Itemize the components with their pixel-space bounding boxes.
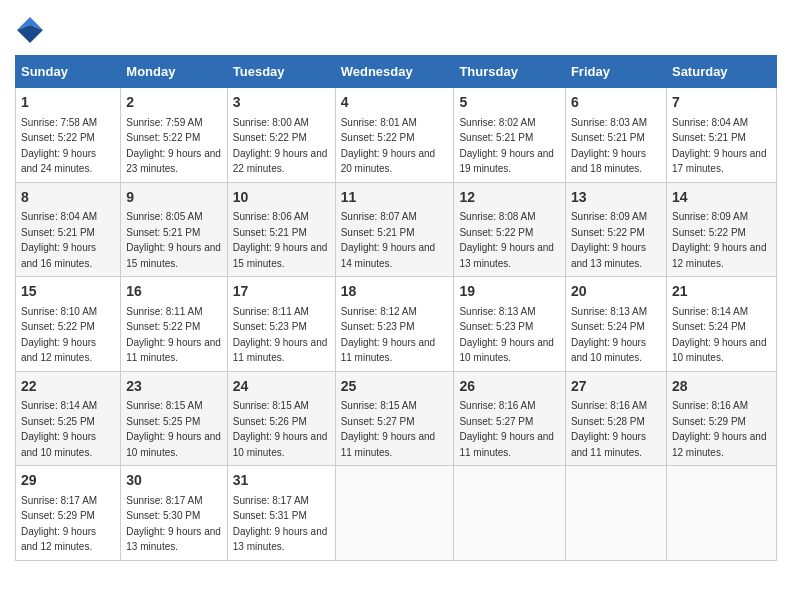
logo-icon xyxy=(15,15,45,45)
calendar-cell: 31 Sunrise: 8:17 AMSunset: 5:31 PMDaylig… xyxy=(227,466,335,561)
calendar-cell: 24 Sunrise: 8:15 AMSunset: 5:26 PMDaylig… xyxy=(227,371,335,466)
day-info: Sunrise: 8:15 AMSunset: 5:27 PMDaylight:… xyxy=(341,400,436,458)
day-number: 5 xyxy=(459,93,560,113)
day-info: Sunrise: 8:11 AMSunset: 5:22 PMDaylight:… xyxy=(126,306,221,364)
day-info: Sunrise: 8:05 AMSunset: 5:21 PMDaylight:… xyxy=(126,211,221,269)
calendar-cell: 20 Sunrise: 8:13 AMSunset: 5:24 PMDaylig… xyxy=(565,277,666,372)
day-number: 31 xyxy=(233,471,330,491)
day-number: 18 xyxy=(341,282,449,302)
day-number: 19 xyxy=(459,282,560,302)
day-info: Sunrise: 8:17 AMSunset: 5:30 PMDaylight:… xyxy=(126,495,221,553)
day-info: Sunrise: 8:15 AMSunset: 5:26 PMDaylight:… xyxy=(233,400,328,458)
day-info: Sunrise: 8:00 AMSunset: 5:22 PMDaylight:… xyxy=(233,117,328,175)
calendar-cell: 28 Sunrise: 8:16 AMSunset: 5:29 PMDaylig… xyxy=(666,371,776,466)
calendar-cell: 29 Sunrise: 8:17 AMSunset: 5:29 PMDaylig… xyxy=(16,466,121,561)
day-info: Sunrise: 8:17 AMSunset: 5:29 PMDaylight:… xyxy=(21,495,97,553)
calendar-week-row: 1 Sunrise: 7:58 AMSunset: 5:22 PMDayligh… xyxy=(16,88,777,183)
calendar-cell: 30 Sunrise: 8:17 AMSunset: 5:30 PMDaylig… xyxy=(121,466,227,561)
day-number: 12 xyxy=(459,188,560,208)
page-container: SundayMondayTuesdayWednesdayThursdayFrid… xyxy=(15,15,777,561)
calendar-cell: 9 Sunrise: 8:05 AMSunset: 5:21 PMDayligh… xyxy=(121,182,227,277)
calendar-cell: 1 Sunrise: 7:58 AMSunset: 5:22 PMDayligh… xyxy=(16,88,121,183)
day-number: 30 xyxy=(126,471,221,491)
day-info: Sunrise: 8:06 AMSunset: 5:21 PMDaylight:… xyxy=(233,211,328,269)
day-info: Sunrise: 8:16 AMSunset: 5:27 PMDaylight:… xyxy=(459,400,554,458)
calendar-cell: 13 Sunrise: 8:09 AMSunset: 5:22 PMDaylig… xyxy=(565,182,666,277)
day-number: 4 xyxy=(341,93,449,113)
day-info: Sunrise: 8:09 AMSunset: 5:22 PMDaylight:… xyxy=(571,211,647,269)
day-info: Sunrise: 7:58 AMSunset: 5:22 PMDaylight:… xyxy=(21,117,97,175)
day-info: Sunrise: 8:10 AMSunset: 5:22 PMDaylight:… xyxy=(21,306,97,364)
day-info: Sunrise: 8:04 AMSunset: 5:21 PMDaylight:… xyxy=(21,211,97,269)
day-info: Sunrise: 8:14 AMSunset: 5:24 PMDaylight:… xyxy=(672,306,767,364)
day-number: 14 xyxy=(672,188,771,208)
calendar-cell: 10 Sunrise: 8:06 AMSunset: 5:21 PMDaylig… xyxy=(227,182,335,277)
logo xyxy=(15,15,45,45)
calendar-cell: 15 Sunrise: 8:10 AMSunset: 5:22 PMDaylig… xyxy=(16,277,121,372)
calendar-header-saturday: Saturday xyxy=(666,56,776,88)
calendar-cell xyxy=(565,466,666,561)
day-number: 17 xyxy=(233,282,330,302)
calendar-header-sunday: Sunday xyxy=(16,56,121,88)
day-number: 15 xyxy=(21,282,115,302)
day-number: 23 xyxy=(126,377,221,397)
day-info: Sunrise: 7:59 AMSunset: 5:22 PMDaylight:… xyxy=(126,117,221,175)
day-info: Sunrise: 8:17 AMSunset: 5:31 PMDaylight:… xyxy=(233,495,328,553)
day-number: 29 xyxy=(21,471,115,491)
calendar-week-row: 29 Sunrise: 8:17 AMSunset: 5:29 PMDaylig… xyxy=(16,466,777,561)
calendar-week-row: 8 Sunrise: 8:04 AMSunset: 5:21 PMDayligh… xyxy=(16,182,777,277)
calendar-cell: 22 Sunrise: 8:14 AMSunset: 5:25 PMDaylig… xyxy=(16,371,121,466)
day-info: Sunrise: 8:16 AMSunset: 5:28 PMDaylight:… xyxy=(571,400,647,458)
calendar-cell: 16 Sunrise: 8:11 AMSunset: 5:22 PMDaylig… xyxy=(121,277,227,372)
day-number: 10 xyxy=(233,188,330,208)
day-info: Sunrise: 8:16 AMSunset: 5:29 PMDaylight:… xyxy=(672,400,767,458)
header xyxy=(15,15,777,45)
day-number: 22 xyxy=(21,377,115,397)
day-info: Sunrise: 8:12 AMSunset: 5:23 PMDaylight:… xyxy=(341,306,436,364)
day-info: Sunrise: 8:04 AMSunset: 5:21 PMDaylight:… xyxy=(672,117,767,175)
calendar-header-thursday: Thursday xyxy=(454,56,566,88)
day-number: 7 xyxy=(672,93,771,113)
calendar-cell xyxy=(335,466,454,561)
day-info: Sunrise: 8:03 AMSunset: 5:21 PMDaylight:… xyxy=(571,117,647,175)
calendar-cell: 19 Sunrise: 8:13 AMSunset: 5:23 PMDaylig… xyxy=(454,277,566,372)
calendar-table: SundayMondayTuesdayWednesdayThursdayFrid… xyxy=(15,55,777,561)
day-number: 1 xyxy=(21,93,115,113)
calendar-cell: 26 Sunrise: 8:16 AMSunset: 5:27 PMDaylig… xyxy=(454,371,566,466)
calendar-cell: 18 Sunrise: 8:12 AMSunset: 5:23 PMDaylig… xyxy=(335,277,454,372)
calendar-cell: 21 Sunrise: 8:14 AMSunset: 5:24 PMDaylig… xyxy=(666,277,776,372)
day-info: Sunrise: 8:07 AMSunset: 5:21 PMDaylight:… xyxy=(341,211,436,269)
calendar-header-friday: Friday xyxy=(565,56,666,88)
day-info: Sunrise: 8:15 AMSunset: 5:25 PMDaylight:… xyxy=(126,400,221,458)
day-info: Sunrise: 8:11 AMSunset: 5:23 PMDaylight:… xyxy=(233,306,328,364)
calendar-header-row: SundayMondayTuesdayWednesdayThursdayFrid… xyxy=(16,56,777,88)
day-number: 11 xyxy=(341,188,449,208)
day-info: Sunrise: 8:09 AMSunset: 5:22 PMDaylight:… xyxy=(672,211,767,269)
day-number: 2 xyxy=(126,93,221,113)
day-number: 20 xyxy=(571,282,661,302)
calendar-cell: 2 Sunrise: 7:59 AMSunset: 5:22 PMDayligh… xyxy=(121,88,227,183)
calendar-cell: 25 Sunrise: 8:15 AMSunset: 5:27 PMDaylig… xyxy=(335,371,454,466)
calendar-cell: 6 Sunrise: 8:03 AMSunset: 5:21 PMDayligh… xyxy=(565,88,666,183)
calendar-cell: 14 Sunrise: 8:09 AMSunset: 5:22 PMDaylig… xyxy=(666,182,776,277)
calendar-cell: 23 Sunrise: 8:15 AMSunset: 5:25 PMDaylig… xyxy=(121,371,227,466)
calendar-header-monday: Monday xyxy=(121,56,227,88)
day-info: Sunrise: 8:14 AMSunset: 5:25 PMDaylight:… xyxy=(21,400,97,458)
day-number: 8 xyxy=(21,188,115,208)
calendar-cell: 8 Sunrise: 8:04 AMSunset: 5:21 PMDayligh… xyxy=(16,182,121,277)
calendar-cell: 12 Sunrise: 8:08 AMSunset: 5:22 PMDaylig… xyxy=(454,182,566,277)
day-number: 24 xyxy=(233,377,330,397)
calendar-cell: 27 Sunrise: 8:16 AMSunset: 5:28 PMDaylig… xyxy=(565,371,666,466)
day-info: Sunrise: 8:13 AMSunset: 5:23 PMDaylight:… xyxy=(459,306,554,364)
day-number: 3 xyxy=(233,93,330,113)
day-number: 13 xyxy=(571,188,661,208)
calendar-cell: 17 Sunrise: 8:11 AMSunset: 5:23 PMDaylig… xyxy=(227,277,335,372)
day-number: 16 xyxy=(126,282,221,302)
calendar-header-tuesday: Tuesday xyxy=(227,56,335,88)
calendar-cell: 5 Sunrise: 8:02 AMSunset: 5:21 PMDayligh… xyxy=(454,88,566,183)
day-info: Sunrise: 8:01 AMSunset: 5:22 PMDaylight:… xyxy=(341,117,436,175)
calendar-week-row: 15 Sunrise: 8:10 AMSunset: 5:22 PMDaylig… xyxy=(16,277,777,372)
calendar-cell: 11 Sunrise: 8:07 AMSunset: 5:21 PMDaylig… xyxy=(335,182,454,277)
day-number: 6 xyxy=(571,93,661,113)
calendar-cell xyxy=(666,466,776,561)
